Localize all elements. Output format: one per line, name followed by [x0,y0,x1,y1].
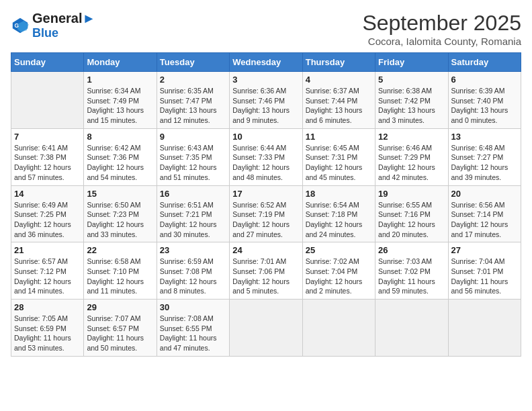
day-number: 23 [160,245,226,255]
calendar-cell: 8Sunrise: 6:42 AMSunset: 7:36 PMDaylight… [84,128,157,185]
calendar-cell: 28Sunrise: 7:05 AMSunset: 6:59 PMDayligh… [11,300,84,357]
day-info: Sunrise: 6:57 AMSunset: 7:12 PMDaylight:… [14,257,81,296]
day-info: Sunrise: 6:56 AMSunset: 7:14 PMDaylight:… [451,200,518,240]
day-number: 18 [306,189,372,199]
day-number: 10 [232,132,299,142]
calendar-table: SundayMondayTuesdayWednesdayThursdayFrid… [11,52,521,357]
day-info: Sunrise: 6:51 AMSunset: 7:21 PMDaylight:… [160,200,226,240]
calendar-cell: 2Sunrise: 6:35 AMSunset: 7:47 PMDaylight… [157,72,229,129]
day-info: Sunrise: 6:52 AMSunset: 7:19 PMDaylight:… [232,200,299,240]
day-info: Sunrise: 6:35 AMSunset: 7:47 PMDaylight:… [160,86,226,126]
calendar-cell: 19Sunrise: 6:55 AMSunset: 7:16 PMDayligh… [375,185,448,242]
calendar-cell: 27Sunrise: 7:04 AMSunset: 7:01 PMDayligh… [448,242,521,300]
day-number: 16 [160,189,226,199]
calendar-cell: 30Sunrise: 7:08 AMSunset: 6:55 PMDayligh… [157,300,229,357]
day-number: 6 [451,75,518,85]
calendar-cell: 29Sunrise: 7:07 AMSunset: 6:57 PMDayligh… [84,300,157,357]
day-number: 22 [87,245,153,255]
calendar-cell: 11Sunrise: 6:45 AMSunset: 7:31 PMDayligh… [302,128,375,185]
day-number: 3 [232,75,299,85]
day-info: Sunrise: 6:39 AMSunset: 7:40 PMDaylight:… [451,86,518,126]
calendar-cell: 4Sunrise: 6:37 AMSunset: 7:44 PMDaylight… [302,72,375,129]
day-info: Sunrise: 7:07 AMSunset: 6:57 PMDaylight:… [87,314,153,353]
logo-icon: G [11,16,30,35]
calendar-cell: 9Sunrise: 6:43 AMSunset: 7:35 PMDaylight… [157,128,229,185]
day-number: 9 [160,132,226,142]
header-day-saturday: Saturday [448,53,521,72]
header-day-wednesday: Wednesday [230,53,302,72]
day-number: 24 [232,245,299,255]
day-number: 13 [451,132,518,142]
svg-text:G: G [15,22,19,29]
calendar-cell: 1Sunrise: 6:34 AMSunset: 7:49 PMDaylight… [84,72,157,129]
header-row: SundayMondayTuesdayWednesdayThursdayFrid… [11,53,521,72]
day-info: Sunrise: 6:58 AMSunset: 7:10 PMDaylight:… [87,257,153,296]
day-info: Sunrise: 6:59 AMSunset: 7:08 PMDaylight:… [160,257,226,296]
day-number: 29 [87,302,153,312]
calendar-cell: 16Sunrise: 6:51 AMSunset: 7:21 PMDayligh… [157,185,229,242]
calendar-cell: 18Sunrise: 6:54 AMSunset: 7:18 PMDayligh… [302,185,375,242]
day-info: Sunrise: 6:46 AMSunset: 7:29 PMDaylight:… [378,143,445,183]
calendar-cell: 26Sunrise: 7:03 AMSunset: 7:02 PMDayligh… [375,242,448,300]
day-info: Sunrise: 7:02 AMSunset: 7:04 PMDaylight:… [306,257,372,296]
day-info: Sunrise: 6:42 AMSunset: 7:36 PMDaylight:… [87,143,153,183]
calendar-cell [230,300,302,357]
logo-text: General► Blue [32,11,95,40]
day-number: 4 [306,75,372,85]
day-number: 15 [87,189,153,199]
calendar-cell: 15Sunrise: 6:50 AMSunset: 7:23 PMDayligh… [84,185,157,242]
title-area: September 2025 Cocora, Ialomita County, … [362,11,521,47]
week-row-2: 7Sunrise: 6:41 AMSunset: 7:38 PMDaylight… [11,128,521,185]
day-info: Sunrise: 6:44 AMSunset: 7:33 PMDaylight:… [232,143,299,183]
calendar-cell: 21Sunrise: 6:57 AMSunset: 7:12 PMDayligh… [11,242,84,300]
calendar-cell: 14Sunrise: 6:49 AMSunset: 7:25 PMDayligh… [11,185,84,242]
day-number: 5 [378,75,445,85]
day-number: 19 [378,189,445,199]
calendar-cell: 23Sunrise: 6:59 AMSunset: 7:08 PMDayligh… [157,242,229,300]
day-number: 8 [87,132,153,142]
calendar-cell: 24Sunrise: 7:01 AMSunset: 7:06 PMDayligh… [230,242,302,300]
calendar-cell: 5Sunrise: 6:38 AMSunset: 7:42 PMDaylight… [375,72,448,129]
day-info: Sunrise: 6:55 AMSunset: 7:16 PMDaylight:… [378,200,445,240]
calendar-cell: 17Sunrise: 6:52 AMSunset: 7:19 PMDayligh… [230,185,302,242]
logo: G General► Blue [11,11,95,40]
day-number: 11 [306,132,372,142]
calendar-cell: 3Sunrise: 6:36 AMSunset: 7:46 PMDaylight… [230,72,302,129]
week-row-5: 28Sunrise: 7:05 AMSunset: 6:59 PMDayligh… [11,300,521,357]
calendar-cell: 10Sunrise: 6:44 AMSunset: 7:33 PMDayligh… [230,128,302,185]
calendar-cell: 13Sunrise: 6:48 AMSunset: 7:27 PMDayligh… [448,128,521,185]
header-day-tuesday: Tuesday [157,53,229,72]
week-row-1: 1Sunrise: 6:34 AMSunset: 7:49 PMDaylight… [11,72,521,129]
day-number: 28 [14,302,81,312]
day-number: 25 [306,245,372,255]
header: G General► Blue September 2025 Cocora, I… [11,11,521,47]
day-info: Sunrise: 6:50 AMSunset: 7:23 PMDaylight:… [87,200,153,240]
day-info: Sunrise: 7:08 AMSunset: 6:55 PMDaylight:… [160,314,226,353]
calendar-cell [11,72,84,129]
day-number: 27 [451,245,518,255]
week-row-4: 21Sunrise: 6:57 AMSunset: 7:12 PMDayligh… [11,242,521,300]
calendar-cell: 7Sunrise: 6:41 AMSunset: 7:38 PMDaylight… [11,128,84,185]
header-day-sunday: Sunday [11,53,84,72]
week-row-3: 14Sunrise: 6:49 AMSunset: 7:25 PMDayligh… [11,185,521,242]
header-day-monday: Monday [84,53,157,72]
calendar-cell: 20Sunrise: 6:56 AMSunset: 7:14 PMDayligh… [448,185,521,242]
day-number: 21 [14,245,81,255]
calendar-cell [448,300,521,357]
calendar-cell: 6Sunrise: 6:39 AMSunset: 7:40 PMDaylight… [448,72,521,129]
day-info: Sunrise: 7:01 AMSunset: 7:06 PMDaylight:… [232,257,299,296]
day-info: Sunrise: 7:03 AMSunset: 7:02 PMDaylight:… [378,257,445,296]
day-number: 12 [378,132,445,142]
day-info: Sunrise: 6:37 AMSunset: 7:44 PMDaylight:… [306,86,372,126]
calendar-cell: 25Sunrise: 7:02 AMSunset: 7:04 PMDayligh… [302,242,375,300]
day-number: 17 [232,189,299,199]
subtitle: Cocora, Ialomita County, Romania [362,36,521,47]
day-info: Sunrise: 6:36 AMSunset: 7:46 PMDaylight:… [232,86,299,126]
day-info: Sunrise: 6:43 AMSunset: 7:35 PMDaylight:… [160,143,226,183]
day-info: Sunrise: 6:49 AMSunset: 7:25 PMDaylight:… [14,200,81,240]
day-info: Sunrise: 6:54 AMSunset: 7:18 PMDaylight:… [306,200,372,240]
day-number: 14 [14,189,81,199]
day-info: Sunrise: 6:41 AMSunset: 7:38 PMDaylight:… [14,143,81,183]
calendar-cell [302,300,375,357]
day-number: 30 [160,302,226,312]
